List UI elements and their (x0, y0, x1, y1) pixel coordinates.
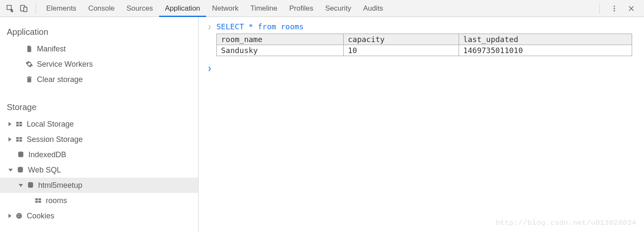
svg-point-4 (614, 10, 615, 11)
svg-rect-6 (20, 122, 22, 124)
tab-audits[interactable]: Audits (357, 0, 389, 17)
tab-application[interactable]: Application (159, 0, 206, 17)
kebab-menu-icon[interactable] (608, 3, 620, 14)
svg-point-24 (18, 216, 19, 217)
file-icon (25, 45, 34, 53)
tab-label: Elements (46, 4, 76, 13)
tab-timeline[interactable]: Timeline (244, 0, 283, 17)
sidebar-item-local-storage[interactable]: Local Storage (0, 116, 198, 132)
tab-elements[interactable]: Elements (40, 0, 82, 17)
application-sidebar: Application Manifest Service Workers Cle… (0, 17, 199, 232)
separator (599, 3, 600, 14)
column-header[interactable]: capacity (344, 34, 459, 45)
table-cell: 10 (344, 45, 459, 56)
arrow-spacer (19, 47, 22, 51)
tab-label: Timeline (250, 4, 277, 13)
sidebar-item-indexeddb[interactable]: IndexedDB (0, 147, 198, 162)
web-sql-console: ❯ SELECT * from rooms room_name capacity… (199, 17, 644, 232)
svg-rect-7 (16, 124, 19, 127)
sidebar-item-web-sql-table[interactable]: rooms (0, 193, 198, 208)
tab-label: Security (325, 4, 351, 13)
section-title-storage: Storage (0, 98, 198, 116)
tab-console[interactable]: Console (82, 0, 120, 17)
svg-rect-9 (16, 137, 19, 139)
tab-label: Audits (363, 4, 383, 13)
sidebar-item-web-sql[interactable]: Web SQL (0, 162, 198, 178)
sidebar-item-label: IndexedDB (28, 150, 66, 159)
svg-rect-18 (35, 201, 38, 203)
svg-rect-11 (16, 140, 19, 142)
svg-point-22 (20, 214, 20, 215)
sidebar-item-label: html5meetup (38, 181, 82, 190)
expand-arrow-icon[interactable] (8, 214, 11, 218)
chevron-right-icon: ❯ (207, 64, 212, 72)
sidebar-item-web-sql-database[interactable]: html5meetup (0, 178, 198, 193)
sidebar-item-label: Service Workers (37, 60, 93, 69)
sidebar-item-clear-storage[interactable]: Clear storage (0, 72, 198, 87)
table-cell: 1469735011010 (459, 45, 632, 56)
sidebar-item-session-storage[interactable]: Session Storage (0, 132, 198, 147)
gear-icon (25, 60, 34, 68)
sidebar-item-manifest[interactable]: Manifest (0, 41, 198, 57)
column-header[interactable]: last_updated (459, 34, 632, 45)
separator (36, 3, 36, 14)
tab-label: Sources (126, 4, 153, 13)
devtools-toolbar: Elements Console Sources Application Net… (0, 0, 644, 17)
arrow-spacer (8, 153, 13, 157)
svg-rect-19 (39, 201, 41, 203)
column-header[interactable]: room_name (217, 34, 344, 45)
section-gap (0, 87, 198, 98)
collapse-arrow-icon[interactable] (8, 169, 13, 172)
chevron-right-icon: ❯ (207, 22, 212, 30)
cookie-icon (15, 212, 23, 220)
svg-rect-10 (20, 137, 22, 139)
section-title-application: Application (0, 23, 198, 41)
device-toggle-icon[interactable] (18, 3, 30, 14)
svg-point-20 (16, 213, 22, 219)
svg-point-23 (20, 216, 20, 217)
database-icon (16, 166, 25, 174)
table-header-row: room_name capacity last_updated (217, 34, 632, 45)
svg-point-3 (614, 8, 615, 9)
table-icon (15, 135, 23, 144)
expand-arrow-icon[interactable] (8, 122, 11, 126)
sidebar-item-service-workers[interactable]: Service Workers (0, 57, 198, 72)
table-row[interactable]: Sandusky 10 1469735011010 (217, 45, 632, 56)
tab-security[interactable]: Security (319, 0, 357, 17)
table-icon (15, 120, 23, 128)
svg-point-2 (614, 6, 615, 7)
table-icon (34, 196, 42, 205)
tab-sources[interactable]: Sources (120, 0, 159, 17)
svg-rect-16 (35, 198, 38, 201)
inspect-element-icon[interactable] (4, 3, 16, 14)
arrow-spacer (19, 62, 22, 66)
toolbar-right (594, 3, 640, 14)
query-result-table: room_name capacity last_updated Sandusky… (216, 34, 632, 56)
svg-rect-1 (24, 7, 27, 11)
tab-label: Network (212, 4, 238, 13)
console-query-line: ❯ SELECT * from rooms (207, 20, 636, 33)
console-prompt-line[interactable]: ❯ (207, 62, 636, 74)
trash-icon (25, 75, 34, 84)
svg-point-21 (18, 215, 19, 215)
tab-profiles[interactable]: Profiles (283, 0, 319, 17)
svg-rect-12 (20, 140, 22, 142)
sidebar-item-cookies[interactable]: Cookies (0, 208, 198, 224)
database-icon (26, 181, 35, 190)
expand-arrow-icon[interactable] (8, 137, 11, 141)
sidebar-item-label: Cookies (27, 212, 54, 221)
panel-tabs: Elements Console Sources Application Net… (40, 0, 389, 17)
console-query-text: SELECT * from rooms (216, 22, 304, 31)
sidebar-item-label: Manifest (37, 45, 66, 54)
sidebar-item-label: Clear storage (37, 75, 83, 84)
tab-label: Application (165, 4, 200, 13)
sidebar-item-label: Local Storage (27, 120, 74, 129)
table-cell: Sandusky (217, 45, 344, 56)
sidebar-item-label: Session Storage (27, 135, 83, 144)
collapse-arrow-icon[interactable] (19, 184, 23, 187)
tab-label: Profiles (289, 4, 314, 13)
tab-network[interactable]: Network (206, 0, 244, 17)
svg-rect-8 (20, 124, 22, 127)
main-split: Application Manifest Service Workers Cle… (0, 17, 644, 232)
close-icon[interactable] (625, 3, 637, 14)
